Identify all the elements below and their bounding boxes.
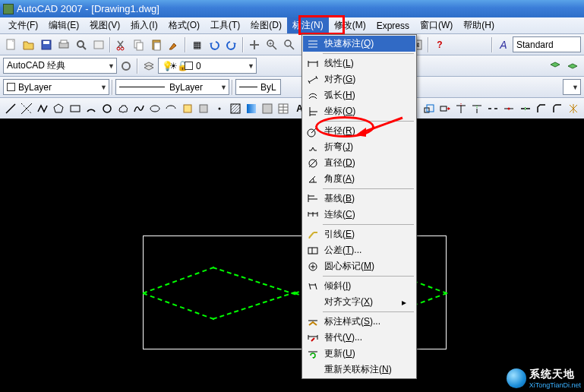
arc-tool[interactable] [84, 100, 99, 117]
spline-tool[interactable] [131, 100, 147, 117]
match-button[interactable] [166, 36, 182, 53]
line-tool[interactable] [3, 100, 18, 117]
copy-button[interactable] [131, 36, 147, 53]
menu-window[interactable]: 窗口(W) [415, 17, 458, 33]
properties-toolbar: ByLayer▼ ByLayer▼ ByL ▼ [0, 77, 584, 98]
menu-insert[interactable]: 插入(I) [125, 17, 163, 33]
paste-button[interactable] [148, 36, 165, 53]
menu-edit[interactable]: 编辑(E) [43, 17, 84, 33]
insert-tool[interactable] [180, 100, 195, 117]
explode-tool[interactable] [566, 100, 581, 117]
menu-dimension[interactable]: 标注(N) [287, 17, 329, 33]
preview-button[interactable] [73, 36, 90, 53]
point-tool[interactable] [212, 100, 227, 117]
svg-text:+: + [269, 41, 272, 46]
menu-item-label: 圆心标记(M) [324, 260, 406, 273]
menu-item-angular-icon[interactable]: 角度(A) [303, 171, 415, 187]
plot-button[interactable] [55, 36, 72, 53]
text-style-button[interactable]: A [495, 36, 512, 53]
menu-draw[interactable]: 绘图(D) [245, 17, 287, 33]
ellipse-tool[interactable] [147, 100, 163, 117]
menu-item-override-icon[interactable]: 替代(V)... [303, 330, 415, 346]
linetype-combo[interactable]: ByLayer▼ [115, 79, 229, 95]
redo-button[interactable] [223, 36, 240, 53]
zoom-win-button[interactable] [281, 36, 298, 53]
revcloud-tool[interactable] [115, 100, 131, 117]
menu-item-aligned-dim-icon[interactable]: 对齐(G) [303, 71, 415, 87]
fillet-tool[interactable] [550, 100, 565, 117]
menu-item-align-text-icon[interactable]: 对齐文字(X)▸ [303, 294, 415, 310]
menu-view[interactable]: 视图(V) [84, 17, 125, 33]
table-tool[interactable] [276, 100, 291, 117]
polygon-tool[interactable] [51, 100, 66, 117]
make-block-tool[interactable] [196, 100, 211, 117]
menu-item-baseline-icon[interactable]: 基线(B) [303, 191, 415, 207]
hatch-tool[interactable] [228, 100, 243, 117]
ws-settings-button[interactable] [118, 58, 134, 74]
xline-tool[interactable] [19, 100, 34, 117]
menu-item-ordinate-icon[interactable]: 坐标(O) [303, 103, 415, 119]
open-button[interactable] [21, 36, 37, 53]
svg-line-6 [83, 46, 86, 49]
trim-tool[interactable] [453, 100, 469, 117]
rect-tool[interactable] [68, 100, 83, 117]
layer-combo[interactable]: 💡 ☀ 🔓 0▼ [158, 58, 257, 74]
menu-item-label: 标注样式(S)... [324, 315, 406, 328]
ellipse-arc-tool[interactable] [163, 100, 178, 117]
publish-button[interactable] [90, 36, 107, 53]
menu-item-reassoc-icon[interactable]: 重新关联标注(N) [303, 362, 415, 378]
drawing-canvas[interactable] [0, 119, 584, 392]
stretch-tool[interactable] [437, 100, 453, 117]
menu-modify[interactable]: 修改(M) [329, 17, 371, 33]
menu-item-linear-dim-icon[interactable]: 线性(L) [303, 55, 415, 71]
menu-help[interactable]: 帮助(H) [458, 17, 500, 33]
menu-item-quick-dim-icon[interactable]: 快速标注(Q) [303, 36, 415, 52]
menu-format[interactable]: 格式(O) [163, 17, 205, 33]
menu-item-continue-icon[interactable]: 连续(C) [303, 207, 415, 223]
menu-item-tolerance-icon[interactable]: 公差(T)... [303, 242, 415, 258]
join-tool[interactable] [518, 100, 533, 117]
menu-item-update-icon[interactable]: 更新(U) [303, 346, 415, 362]
menu-item-diameter-icon[interactable]: 直径(D) [303, 155, 415, 171]
color-combo[interactable]: ByLayer▼ [3, 79, 109, 95]
cut-button[interactable] [113, 36, 130, 53]
region-tool[interactable] [260, 100, 275, 117]
extend-tool[interactable] [469, 100, 485, 117]
menu-express[interactable]: Express [371, 19, 415, 33]
menu-item-center-mark-icon[interactable]: 圆心标记(M) [303, 258, 415, 274]
save-button[interactable] [38, 36, 55, 53]
lineweight-combo[interactable]: ByL [235, 79, 281, 95]
scale-tool[interactable] [421, 100, 437, 117]
menu-item-dim-style-icon[interactable]: 标注样式(S)... [303, 314, 415, 330]
menu-item-arc-length-icon[interactable]: 弧长(H) [303, 87, 415, 103]
new-button[interactable] [3, 36, 20, 53]
block-button[interactable]: ▦ [188, 36, 205, 53]
override-icon [306, 331, 320, 345]
text-style-combo[interactable]: Standard [513, 36, 581, 52]
pan-button[interactable] [246, 36, 263, 53]
chamfer-tool[interactable] [534, 100, 549, 117]
menu-item-leader-icon[interactable]: 引线(E) [303, 226, 415, 242]
circle-tool[interactable] [99, 100, 115, 117]
svg-rect-56 [440, 106, 447, 111]
zoom-rt-button[interactable]: + [264, 36, 280, 53]
break-tool[interactable] [485, 100, 500, 117]
break-at-tool[interactable] [501, 100, 516, 117]
help-button[interactable]: ? [431, 36, 448, 53]
menu-tools[interactable]: 工具(T) [205, 17, 245, 33]
plot-style-combo[interactable]: ▼ [563, 79, 581, 95]
layers-stack-button[interactable] [547, 58, 563, 74]
menu-item-radius-icon[interactable]: 半径(R) [303, 123, 415, 139]
pline-tool[interactable] [35, 100, 50, 117]
menu-bar[interactable]: 文件(F) 编辑(E) 视图(V) 插入(I) 格式(O) 工具(T) 绘图(D… [0, 17, 584, 34]
arc-length-icon [306, 89, 320, 103]
layer-button[interactable] [140, 58, 157, 74]
gradient-tool[interactable] [244, 100, 259, 117]
tolerance-icon [306, 244, 320, 258]
menu-item-jogged-icon[interactable]: 折弯(J) [303, 139, 415, 155]
menu-item-oblique-icon[interactable]: 倾斜(I) [303, 278, 415, 294]
menu-file[interactable]: 文件(F) [3, 17, 43, 33]
undo-button[interactable] [206, 36, 223, 53]
layers-stack-2-button[interactable] [564, 58, 581, 74]
workspace-combo[interactable]: AutoCAD 经典▼ [3, 58, 117, 74]
